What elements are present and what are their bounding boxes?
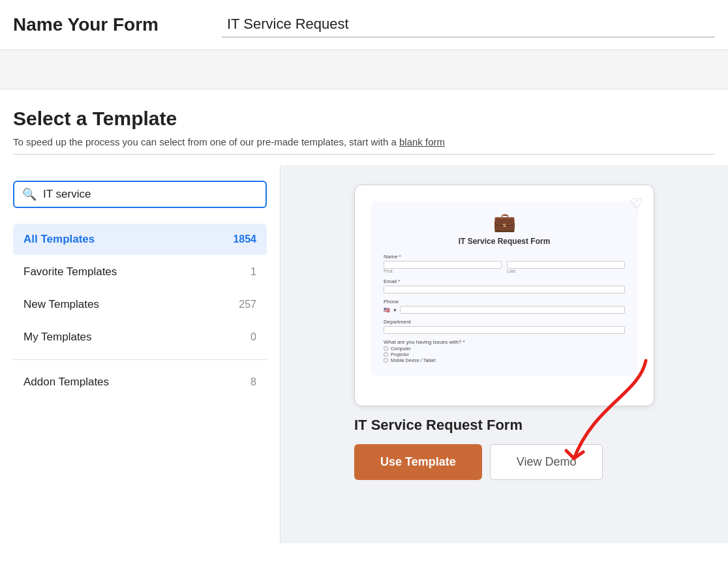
form-icon-wrap: 💼 bbox=[384, 211, 625, 233]
category-list: All Templates 1854 Favorite Templates 1 … bbox=[13, 224, 267, 398]
search-box: 🔍 bbox=[13, 181, 267, 208]
mini-sublabel-last: Last bbox=[507, 269, 625, 273]
mini-label-email: Email * bbox=[384, 278, 625, 284]
mini-radio-group: Computer Projector Mobile Device / Table… bbox=[384, 346, 625, 363]
radio-label-computer: Computer bbox=[391, 346, 411, 351]
category-count-new: 257 bbox=[239, 299, 256, 310]
mini-field-dept: Department bbox=[384, 319, 625, 334]
flag-icon: 🇺🇸 bbox=[384, 307, 390, 313]
gray-bar bbox=[0, 50, 728, 89]
select-desc-text: To speed up the process you can select f… bbox=[13, 136, 397, 147]
mini-label-name: Name * bbox=[384, 254, 625, 260]
category-label-favorite: Favorite Templates bbox=[23, 265, 117, 278]
template-info: IT Service Request Form Use Template Vie… bbox=[354, 417, 654, 480]
mini-input-first bbox=[384, 261, 502, 269]
mini-field-email: Email * bbox=[384, 278, 625, 293]
mini-input-email bbox=[384, 286, 625, 293]
radio-circle-computer bbox=[384, 346, 388, 351]
category-divider bbox=[13, 359, 267, 360]
preview-card: ♡ 💼 IT Service Request Form Name * First bbox=[354, 185, 654, 406]
heart-icon[interactable]: ♡ bbox=[630, 196, 643, 213]
search-input[interactable] bbox=[43, 188, 258, 201]
right-panel: ♡ 💼 IT Service Request Form Name * First bbox=[281, 165, 728, 543]
mini-radio-projector: Projector bbox=[384, 352, 625, 357]
name-form-section: Name Your Form bbox=[0, 0, 728, 50]
mini-radio-mobile: Mobile Device / Tablet bbox=[384, 358, 625, 363]
select-template-section: Select a Template To speed up the proces… bbox=[0, 89, 728, 165]
category-item-my[interactable]: My Templates 0 bbox=[13, 322, 267, 353]
category-label-my: My Templates bbox=[23, 331, 92, 344]
category-item-favorite[interactable]: Favorite Templates 1 bbox=[13, 256, 267, 288]
mini-input-phone bbox=[400, 306, 625, 314]
radio-circle-projector bbox=[384, 352, 388, 357]
form-preview-inner: 💼 IT Service Request Form Name * First L… bbox=[371, 201, 638, 376]
select-template-title: Select a Template bbox=[13, 108, 715, 130]
mini-label-phone: Phone bbox=[384, 299, 625, 305]
name-your-form-label: Name Your Form bbox=[13, 14, 222, 35]
briefcase-icon: 💼 bbox=[493, 212, 516, 232]
mini-input-dept bbox=[384, 326, 625, 334]
category-item-addon[interactable]: Addon Templates 8 bbox=[13, 367, 267, 398]
section-divider bbox=[13, 154, 715, 155]
mini-label-dept: Department bbox=[384, 319, 625, 325]
button-row: Use Template View Demo bbox=[354, 444, 603, 480]
mini-phone-row: 🇺🇸 ▼ bbox=[384, 306, 625, 314]
radio-label-mobile: Mobile Device / Tablet bbox=[391, 358, 435, 363]
view-demo-button[interactable]: View Demo bbox=[490, 444, 603, 480]
template-title: IT Service Request Form bbox=[354, 417, 523, 434]
category-count-my: 0 bbox=[250, 331, 256, 343]
mini-name-row: First Last bbox=[384, 261, 625, 273]
category-label-new: New Templates bbox=[23, 298, 99, 311]
form-preview-title: IT Service Request Form bbox=[384, 237, 625, 246]
radio-circle-mobile bbox=[384, 358, 388, 363]
search-icon: 🔍 bbox=[22, 187, 37, 202]
form-name-input[interactable] bbox=[222, 12, 715, 38]
category-item-all[interactable]: All Templates 1854 bbox=[13, 224, 267, 255]
left-panel: 🔍 All Templates 1854 Favorite Templates … bbox=[0, 165, 281, 543]
category-count-all: 1854 bbox=[233, 233, 256, 245]
blank-form-link[interactable]: blank form bbox=[399, 136, 445, 147]
main-content: 🔍 All Templates 1854 Favorite Templates … bbox=[0, 165, 728, 543]
mini-field-phone: Phone 🇺🇸 ▼ bbox=[384, 299, 625, 314]
use-template-button[interactable]: Use Template bbox=[354, 444, 482, 480]
category-item-new[interactable]: New Templates 257 bbox=[13, 289, 267, 320]
mini-field-issues: What are you having issues with? * Compu… bbox=[384, 339, 625, 363]
mini-field-name: Name * First Last bbox=[384, 254, 625, 273]
radio-label-projector: Projector bbox=[391, 352, 409, 357]
mini-input-last bbox=[507, 261, 625, 269]
mini-label-issues: What are you having issues with? * bbox=[384, 339, 625, 345]
category-count-addon: 8 bbox=[250, 376, 256, 388]
category-count-favorite: 1 bbox=[250, 266, 256, 278]
category-label-all: All Templates bbox=[23, 233, 95, 246]
phone-prefix: ▼ bbox=[393, 308, 397, 312]
mini-sublabel-first: First bbox=[384, 269, 502, 273]
mini-radio-computer: Computer bbox=[384, 346, 625, 351]
select-template-desc: To speed up the process you can select f… bbox=[13, 136, 715, 147]
category-label-addon: Addon Templates bbox=[23, 376, 109, 389]
